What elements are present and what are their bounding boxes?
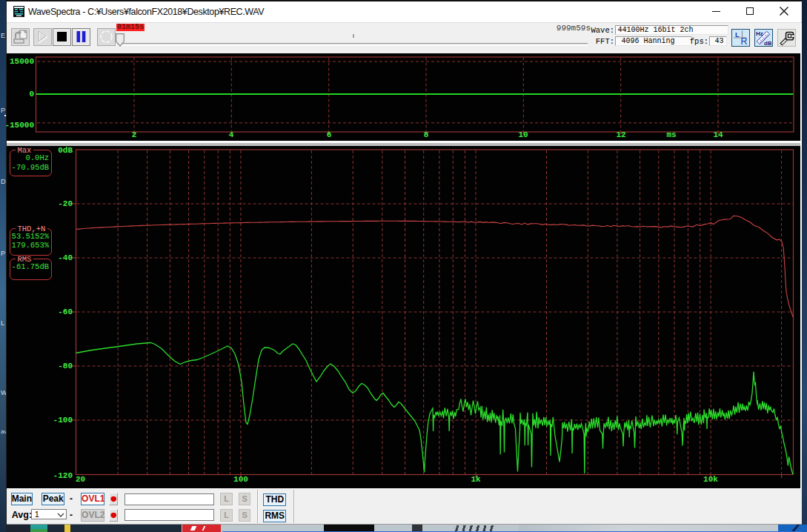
svg-text:L: L	[735, 30, 740, 39]
svg-text:R: R	[741, 36, 748, 45]
svg-text:Hz: Hz	[756, 30, 763, 37]
svg-text:dB: dB	[764, 39, 771, 45]
